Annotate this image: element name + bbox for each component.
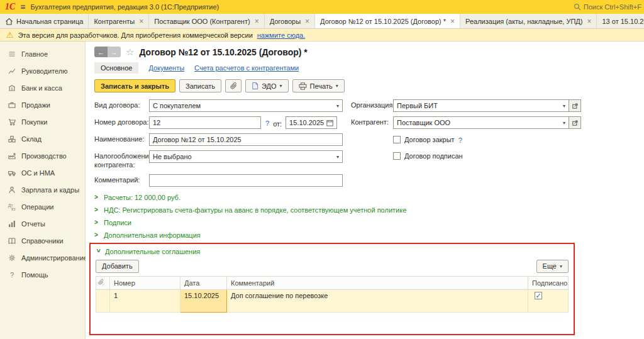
chevron-down-icon: ▾	[334, 154, 339, 160]
column-header-signed[interactable]: Подписано	[528, 276, 569, 289]
taxation-combobox[interactable]: Не выбрано ▾	[149, 150, 343, 163]
workspace: Главное Руководителю Банк и касса Продаж…	[0, 42, 644, 339]
close-icon[interactable]: ×	[139, 18, 143, 25]
tab-dogovor-12-active[interactable]: Договор №12 от 15.10.2025 (Договор) * ×	[315, 14, 460, 28]
column-header-comment[interactable]: Комментарий	[227, 276, 528, 289]
more-button-label: Еще	[543, 262, 557, 270]
section-raschety[interactable]: > Расчеты: 12 000,00 руб.	[94, 191, 644, 204]
main-menu-icon[interactable]: ≡	[20, 2, 25, 12]
attachment-cell[interactable]	[96, 289, 110, 312]
table-header-row: Номер Дата Комментарий Подписано	[96, 276, 569, 289]
history-nav: ← →	[94, 47, 121, 57]
section-dop-informaciya[interactable]: > Дополнительная информация	[94, 229, 644, 242]
organization-combobox[interactable]: Первый БИТ ▾	[393, 99, 569, 112]
sidebar-item-purchases[interactable]: Покупки	[0, 113, 85, 130]
signed-checkbox[interactable]: ✓	[535, 292, 542, 299]
forward-button[interactable]: →	[108, 47, 121, 57]
sidebar-item-label: Банк и касса	[21, 84, 62, 92]
column-header-date[interactable]: Дата	[180, 276, 227, 289]
section-podpisi[interactable]: > Подписи	[94, 216, 644, 229]
back-button[interactable]: ←	[94, 47, 108, 57]
tab-label: 13 от 15.10.2025 (Договор)	[602, 18, 644, 25]
sidebar-item-production[interactable]: Производство	[0, 147, 85, 164]
comment-input[interactable]	[149, 174, 343, 187]
section-label: Дополнительная информация	[104, 231, 201, 239]
section-nds[interactable]: > НДС: Регистрировать счета-фактуры на а…	[94, 204, 644, 216]
save-button[interactable]: Записать	[179, 79, 221, 92]
sidebar-item-bank-cash[interactable]: Банк и касса	[0, 79, 85, 96]
sidebar-item-warehouse[interactable]: Склад	[0, 130, 85, 147]
svg-text:?: ?	[10, 271, 14, 279]
tab-osnovnoe[interactable]: Основное	[94, 62, 138, 74]
tab-dogovor-13[interactable]: 13 от 15.10.2025 (Договор) ×	[597, 14, 644, 28]
paperclip-icon	[230, 82, 238, 90]
chevron-down-icon: >	[95, 249, 102, 254]
global-search[interactable]: Поиск Ctrl+Shift+F	[574, 3, 641, 11]
sidebar-item-reports[interactable]: Отчеты	[0, 215, 85, 232]
check-icon: ✓	[535, 292, 541, 299]
contract-closed-checkbox[interactable]	[393, 136, 401, 143]
counterparty-open-button[interactable]	[569, 116, 581, 129]
close-icon[interactable]: ×	[305, 18, 309, 25]
cell-signed[interactable]: ✓	[528, 289, 569, 312]
name-label: Наименование:	[94, 133, 149, 144]
tab-label: Договоры	[270, 18, 301, 25]
number-hint-link[interactable]: ?	[265, 118, 269, 127]
agreements-toolbar: Добавить Еще ▾	[96, 260, 569, 273]
tab-label: Реализация (акты, накладные, УПД)	[465, 18, 582, 25]
favorite-star-icon[interactable]: ☆	[126, 47, 134, 57]
cell-comment[interactable]: Доп соглашение по перевозке	[227, 289, 528, 312]
save-close-button[interactable]: Записать и закрыть	[94, 79, 175, 92]
taxation-value: Не выбрано	[153, 153, 192, 160]
tab-kontragenty[interactable]: Контрагенты ×	[89, 14, 149, 28]
svg-text:Кт: Кт	[11, 206, 16, 211]
more-button[interactable]: Еще ▾	[536, 260, 569, 273]
purchase-link[interactable]: нажмите сюда.	[257, 31, 305, 39]
doc-nav: Основное Документы Счета расчетов с конт…	[94, 62, 644, 74]
cart-icon	[8, 118, 16, 126]
cell-date[interactable]: 15.10.2025	[180, 289, 227, 312]
tab-realizaciya[interactable]: Реализация (акты, накладные, УПД) ×	[460, 14, 597, 28]
sidebar-item-manager[interactable]: Руководителю	[0, 62, 85, 79]
counterparty-combobox[interactable]: Поставщик ООО ▾	[393, 116, 569, 129]
tab-scheta-raschetov[interactable]: Счета расчетов с контрагентами	[194, 64, 299, 72]
sidebar-item-fixed-assets[interactable]: ОС и НМА	[0, 164, 85, 181]
tab-postavschik[interactable]: Поставщик ООО (Контрагент) ×	[149, 14, 264, 28]
sidebar: Главное Руководителю Банк и касса Продаж…	[0, 42, 86, 339]
form-toolbar: Записать и закрыть Записать ЭДО ▾ Печать…	[94, 79, 644, 92]
calendar-icon[interactable]	[326, 119, 333, 126]
add-button[interactable]: Добавить	[96, 260, 139, 273]
sidebar-item-directories[interactable]: Справочники	[0, 232, 85, 249]
tab-dogovory[interactable]: Договоры ×	[265, 14, 315, 28]
sidebar-item-administration[interactable]: Администрирование	[0, 249, 85, 266]
close-icon[interactable]: ×	[587, 18, 591, 25]
close-icon[interactable]: ×	[255, 18, 259, 25]
tab-dokumenty[interactable]: Документы	[148, 64, 184, 72]
attachment-column-header[interactable]	[96, 276, 110, 289]
print-button[interactable]: Печать ▾	[292, 79, 345, 92]
column-header-number[interactable]: Номер	[110, 276, 180, 289]
sidebar-item-operations[interactable]: ДтКт Операции	[0, 198, 85, 215]
attach-button[interactable]	[225, 79, 242, 92]
edo-button[interactable]: ЭДО ▾	[245, 79, 289, 92]
sidebar-item-main[interactable]: Главное	[0, 45, 85, 62]
cell-number[interactable]: 1	[110, 289, 180, 312]
contract-number-input[interactable]: 12	[149, 116, 261, 129]
section-dop-soglasheniya[interactable]: > Дополнительные соглашения	[96, 245, 569, 258]
open-icon	[572, 120, 578, 126]
contract-date-input[interactable]: 15.10.2025	[286, 116, 337, 129]
tab-home[interactable]: Начальная страница	[0, 14, 89, 28]
contract-signed-checkbox[interactable]	[393, 152, 401, 160]
sidebar-item-label: Операции	[21, 203, 53, 211]
name-input[interactable]: Договор №12 от 15.10.2025	[149, 133, 343, 146]
sidebar-item-help[interactable]: ? Помощь	[0, 266, 85, 283]
sidebar-item-payroll-hr[interactable]: Зарплата и кадры	[0, 181, 85, 198]
sidebar-item-sales[interactable]: Продажи	[0, 96, 85, 113]
tab-label: Поставщик ООО (Контрагент)	[154, 18, 250, 25]
contract-closed-hint-link[interactable]: ?	[458, 135, 462, 144]
table-row[interactable]: 1 15.10.2025 Доп соглашение по перевозке…	[96, 289, 569, 312]
contract-type-combobox[interactable]: С покупателем ▾	[149, 99, 343, 112]
organization-open-button[interactable]	[569, 99, 581, 112]
trend-icon	[8, 67, 16, 75]
close-icon[interactable]: ×	[450, 18, 455, 25]
